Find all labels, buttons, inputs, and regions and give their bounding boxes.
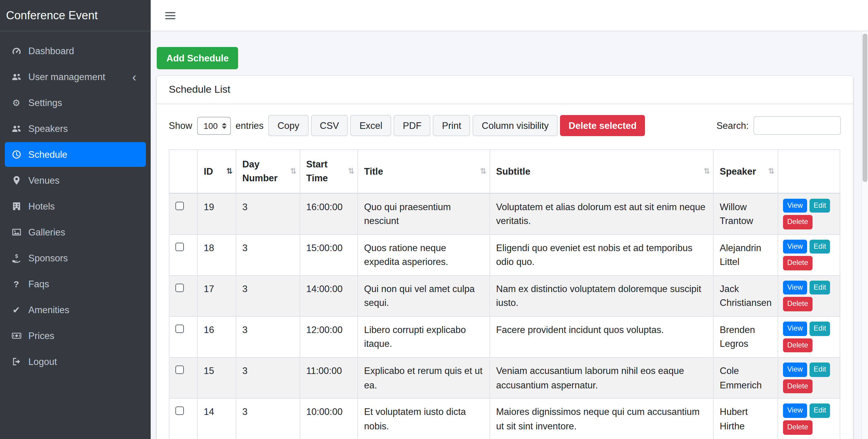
sidebar-item-schedule[interactable]: Schedule xyxy=(5,142,146,167)
add-schedule-button[interactable]: Add Schedule xyxy=(157,47,239,69)
delete-button[interactable]: Delete xyxy=(783,297,812,311)
column-header-select xyxy=(169,150,197,193)
clock-icon xyxy=(10,149,23,160)
sidebar-item-sponsors[interactable]: Sponsors xyxy=(5,246,146,270)
hand-dollar-icon xyxy=(10,253,23,263)
cell-subtitle: Eligendi quo eveniet est nobis et ad tem… xyxy=(490,234,713,275)
delete-selected-button[interactable]: Delete selected xyxy=(560,115,645,136)
cell-speaker: Jack Christiansen xyxy=(713,275,778,316)
view-button[interactable]: View xyxy=(783,198,807,212)
edit-button[interactable]: Edit xyxy=(809,281,830,295)
sidebar-item-label: Amenities xyxy=(28,304,69,315)
table-row: 19 3 16:00:00 Quo qui praesentium nesciu… xyxy=(169,193,840,234)
cell-speaker: Hubert Hirthe xyxy=(713,399,778,439)
sidebar-item-label: Prices xyxy=(28,330,54,341)
cell-start-time: 11:00:00 xyxy=(300,358,358,399)
page-length-value: 100 xyxy=(204,121,218,130)
sort-icon: ⇅ xyxy=(226,165,233,177)
cell-speaker: Willow Trantow xyxy=(713,193,778,234)
brand[interactable]: Conference Event xyxy=(0,0,151,31)
csv-button[interactable]: CSV xyxy=(311,115,348,136)
view-button[interactable]: View xyxy=(783,404,807,418)
row-select-checkbox[interactable] xyxy=(176,366,184,374)
excel-button[interactable]: Excel xyxy=(350,115,392,136)
sort-icon: ⇅ xyxy=(704,165,710,177)
map-marker-icon xyxy=(10,175,23,185)
cell-subtitle: Nam ex distinctio voluptatem doloremque … xyxy=(490,275,713,316)
hamburger-menu-icon[interactable] xyxy=(165,12,176,19)
sidebar-item-faqs[interactable]: ? Faqs xyxy=(5,272,146,296)
app-window: Conference Event Dashboard User manageme… xyxy=(0,0,868,439)
row-select-checkbox[interactable] xyxy=(176,407,184,415)
sidebar-item-hotels[interactable]: Hotels xyxy=(5,194,146,218)
delete-button[interactable]: Delete xyxy=(783,420,812,435)
table-row: 14 3 10:00:00 Et voluptatem iusto dicta … xyxy=(169,399,840,439)
table-row: 16 3 12:00:00 Libero corrupti explicabo … xyxy=(169,316,840,358)
print-button[interactable]: Print xyxy=(433,115,470,136)
delete-button[interactable]: Delete xyxy=(783,379,812,394)
vertical-scrollbar[interactable] xyxy=(861,31,868,439)
delete-button[interactable]: Delete xyxy=(783,215,812,229)
edit-button[interactable]: Edit xyxy=(809,363,830,377)
cell-speaker: Cole Emmerich xyxy=(713,358,778,399)
sidebar-item-label: Faqs xyxy=(28,278,49,289)
scrollbar-thumb[interactable] xyxy=(863,34,867,182)
column-header-start-time[interactable]: Start Time⇅ xyxy=(300,150,358,193)
cell-subtitle: Voluptatem et alias dolorum est aut sit … xyxy=(490,193,713,234)
delete-button[interactable]: Delete xyxy=(783,256,812,270)
select-arrows-icon xyxy=(222,123,227,129)
column-header-id[interactable]: ID⇅ xyxy=(197,150,236,193)
dashboard-icon xyxy=(10,46,23,56)
question-icon: ? xyxy=(10,279,23,289)
sort-icon: ⇅ xyxy=(480,165,487,177)
top-navbar xyxy=(151,0,868,31)
sidebar-item-logout[interactable]: Logout xyxy=(5,349,146,374)
edit-button[interactable]: Edit xyxy=(809,198,830,212)
cell-title: Quos ratione neque expedita asperiores. xyxy=(358,234,490,275)
sidebar-item-dashboard[interactable]: Dashboard xyxy=(5,38,146,63)
sidebar-item-amenities[interactable]: ✔ Amenities xyxy=(5,298,146,322)
search-input[interactable] xyxy=(753,116,841,135)
view-button[interactable]: View xyxy=(783,363,807,377)
card-body: Show 100 entries Copy CSV Excel PDF xyxy=(157,104,853,439)
money-bill-icon xyxy=(10,331,23,341)
row-select-checkbox[interactable] xyxy=(176,325,184,333)
sidebar-item-label: Schedule xyxy=(28,149,67,160)
cell-title: Explicabo et rerum quis et ut ea. xyxy=(358,358,490,399)
row-select-checkbox[interactable] xyxy=(176,201,184,210)
column-visibility-button[interactable]: Column visibility xyxy=(472,115,558,136)
sort-icon: ⇅ xyxy=(290,165,297,177)
sidebar-item-speakers[interactable]: Speakers xyxy=(5,116,146,141)
column-header-subtitle[interactable]: Subtitle⇅ xyxy=(490,150,713,193)
row-select-checkbox[interactable] xyxy=(176,242,184,251)
sidebar-item-label: Dashboard xyxy=(28,45,74,56)
gears-icon: ⚙ xyxy=(10,98,23,107)
view-button[interactable]: View xyxy=(783,322,807,336)
row-select-checkbox[interactable] xyxy=(176,284,184,292)
edit-button[interactable]: Edit xyxy=(809,404,830,418)
content: Add Schedule Schedule List Show 100 entr… xyxy=(151,31,868,439)
cell-start-time: 12:00:00 xyxy=(300,316,358,358)
table-row: 15 3 11:00:00 Explicabo et rerum quis et… xyxy=(169,358,840,399)
sidebar-item-venues[interactable]: Venues xyxy=(5,168,146,193)
edit-button[interactable]: Edit xyxy=(809,239,830,254)
cell-day-number: 3 xyxy=(236,234,300,275)
view-button[interactable]: View xyxy=(783,281,807,295)
search-control: Search: xyxy=(716,116,841,135)
delete-button[interactable]: Delete xyxy=(783,338,812,352)
view-button[interactable]: View xyxy=(783,239,807,254)
sidebar-item-galleries[interactable]: Galleries xyxy=(5,220,146,244)
column-header-day-number[interactable]: Day Number⇅ xyxy=(236,150,300,193)
column-header-speaker[interactable]: Speaker⇅ xyxy=(713,150,778,193)
sidebar-item-prices[interactable]: Prices xyxy=(5,324,146,348)
sidebar-item-label: Hotels xyxy=(28,201,55,212)
page-length-select[interactable]: 100 xyxy=(197,116,231,135)
cell-id: 15 xyxy=(197,358,236,399)
schedule-list-card: Schedule List Show 100 entries xyxy=(157,76,853,439)
pdf-button[interactable]: PDF xyxy=(394,115,431,136)
sidebar-item-settings[interactable]: ⚙ Settings xyxy=(5,90,146,115)
column-header-title[interactable]: Title⇅ xyxy=(358,150,490,193)
sidebar-item-user-management[interactable]: User management ‹ xyxy=(5,64,146,89)
copy-button[interactable]: Copy xyxy=(269,115,308,136)
edit-button[interactable]: Edit xyxy=(809,322,830,336)
